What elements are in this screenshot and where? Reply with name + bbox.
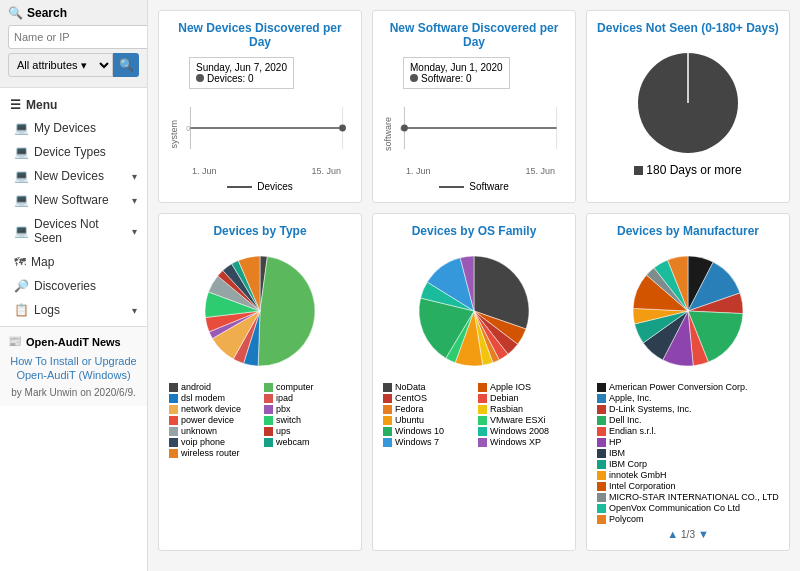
new-software-arrow: ▾: [132, 195, 137, 206]
sidebar-item-new-software[interactable]: 💻 New Software ▾: [0, 188, 147, 212]
search-attr-button[interactable]: 🔍: [113, 53, 139, 77]
discoveries-icon: 🔎: [14, 279, 29, 293]
devices-by-os-pie: NoDataApple IOSCentOSDebianFedoraRasbian…: [383, 246, 565, 447]
news-section: 📰 Open-AudiT News How To Install or Upgr…: [0, 326, 147, 406]
legend-item: Dell Inc.: [597, 415, 779, 425]
legend-item: IBM Corp: [597, 459, 779, 469]
my-devices-icon: 💻: [14, 121, 29, 135]
legend-item: Windows 7: [383, 437, 470, 447]
new-devices-svg-area: 0 1. Jun 15. Jun: [182, 93, 351, 176]
legend-item: American Power Conversion Corp.: [597, 382, 779, 392]
sidebar-item-devices-not-seen[interactable]: 💻 Devices Not Seen ▾: [0, 212, 147, 250]
new-devices-arrow: ▾: [132, 171, 137, 182]
devices-by-os-legend: NoDataApple IOSCentOSDebianFedoraRasbian…: [383, 382, 565, 447]
legend-item: computer: [264, 382, 351, 392]
new-software-line-chart: software 0 1. Jun 15. Jun: [383, 93, 565, 176]
pagination-next[interactable]: ▼: [698, 528, 709, 540]
legend-item: power device: [169, 415, 256, 425]
logs-arrow: ▾: [132, 305, 137, 316]
legend-item: ups: [264, 426, 351, 436]
sidebar: 🔍 Search 🔍 All attributes ▾ 🔍 ☰ Menu 💻 M…: [0, 0, 148, 571]
sidebar-item-map[interactable]: 🗺 Map: [0, 250, 147, 274]
legend-item: pbx: [264, 404, 351, 414]
search-section: 🔍 Search 🔍 All attributes ▾ 🔍: [0, 0, 147, 88]
search-name-input[interactable]: [8, 25, 148, 49]
pagination: ▲ 1/3 ▼: [667, 528, 709, 540]
legend-item: Fedora: [383, 404, 470, 414]
legend-item: network device: [169, 404, 256, 414]
legend-item: Windows XP: [478, 437, 565, 447]
new-devices-icon: 💻: [14, 169, 29, 183]
legend-item: Intel Corporation: [597, 481, 779, 491]
legend-item: CentOS: [383, 393, 470, 403]
svg-point-5: [339, 125, 346, 132]
devices-by-mfr-legend: American Power Conversion Corp.Apple, In…: [597, 382, 779, 524]
sidebar-item-logs[interactable]: 📋 Logs ▾: [0, 298, 147, 322]
legend-item: MICRO-STAR INTERNATIONAL CO., LTD: [597, 492, 779, 502]
new-devices-legend: Devices: [227, 181, 293, 192]
devices-by-mfr-chart: Devices by Manufacturer American Power C…: [586, 213, 790, 551]
legend-item: HP: [597, 437, 779, 447]
new-devices-ylabel: system: [169, 120, 179, 149]
legend-item: NoData: [383, 382, 470, 392]
devices-by-os-chart: Devices by OS Family NoDataApple IOSCent…: [372, 213, 576, 551]
new-devices-chart: New Devices Discovered per Day Sunday, J…: [158, 10, 362, 203]
charts-grid: New Devices Discovered per Day Sunday, J…: [158, 10, 790, 551]
legend-item: D-Link Systems, Inc.: [597, 404, 779, 414]
new-software-title: New Software Discovered per Day: [383, 21, 565, 49]
search-attr-select[interactable]: All attributes ▾: [8, 53, 113, 77]
legend-item: wireless router: [169, 448, 256, 458]
new-software-chart: New Software Discovered per Day Monday, …: [372, 10, 576, 203]
new-software-tooltip: Monday, Jun 1, 2020 Software: 0: [403, 57, 510, 89]
menu-header: ☰ Menu: [0, 92, 147, 116]
logs-icon: 📋: [14, 303, 29, 317]
devices-not-seen-arrow: ▾: [132, 226, 137, 237]
main-content: New Devices Discovered per Day Sunday, J…: [148, 0, 800, 571]
sidebar-item-discoveries[interactable]: 🔎 Discoveries: [0, 274, 147, 298]
new-devices-line-chart: system 0 1. Jun 15. Jun: [169, 93, 351, 176]
devices-not-seen-chart: Devices Not Seen (0-180+ Days) 180 Days …: [586, 10, 790, 203]
search-title: 🔍 Search: [8, 6, 139, 20]
legend-item: VMware ESXi: [478, 415, 565, 425]
legend-item: IBM: [597, 448, 779, 458]
devices-by-type-legend: androidcomputerdsl modemipadnetwork devi…: [169, 382, 351, 458]
legend-item: OpenVox Communication Co Ltd: [597, 503, 779, 513]
devices-not-seen-pie: 180 Days or more: [597, 43, 779, 177]
devices-by-type-chart: Devices by Type androidcomputerdsl modem…: [158, 213, 362, 551]
devices-not-seen-legend-item: 180 Days or more: [634, 163, 741, 177]
devices-by-mfr-title: Devices by Manufacturer: [617, 224, 759, 238]
legend-item: Endian s.r.l.: [597, 426, 779, 436]
device-types-icon: 💻: [14, 145, 29, 159]
pagination-prev[interactable]: ▲: [667, 528, 678, 540]
news-link[interactable]: How To Install or Upgrade Open-AudiT (Wi…: [8, 354, 139, 383]
devices-by-type-pie: androidcomputerdsl modemipadnetwork devi…: [169, 246, 351, 458]
legend-item: Apple, Inc.: [597, 393, 779, 403]
svg-point-11: [401, 125, 408, 132]
legend-item: Apple IOS: [478, 382, 565, 392]
legend-item: Windows 2008: [478, 426, 565, 436]
legend-item: unknown: [169, 426, 256, 436]
new-software-ylabel: software: [383, 117, 393, 151]
legend-item: webcam: [264, 437, 351, 447]
sidebar-item-device-types[interactable]: 💻 Device Types: [0, 140, 147, 164]
new-devices-tooltip: Sunday, Jun 7, 2020 Devices: 0: [189, 57, 294, 89]
news-item: How To Install or Upgrade Open-AudiT (Wi…: [8, 354, 139, 398]
legend-item: Rasbian: [478, 404, 565, 414]
legend-item: voip phone: [169, 437, 256, 447]
menu-icon: ☰: [10, 98, 21, 112]
svg-text:0: 0: [186, 125, 190, 132]
devices-not-seen-title: Devices Not Seen (0-180+ Days): [597, 21, 779, 35]
new-software-legend: Software: [439, 181, 508, 192]
sidebar-item-my-devices[interactable]: 💻 My Devices: [0, 116, 147, 140]
devices-by-type-title: Devices by Type: [213, 224, 306, 238]
news-icon: 📰: [8, 335, 22, 348]
legend-item: Debian: [478, 393, 565, 403]
devices-by-mfr-pie: American Power Conversion Corp.Apple, In…: [597, 246, 779, 540]
new-devices-title: New Devices Discovered per Day: [169, 21, 351, 49]
legend-item: android: [169, 382, 256, 392]
map-icon: 🗺: [14, 255, 26, 269]
legend-item: switch: [264, 415, 351, 425]
sidebar-item-new-devices[interactable]: 💻 New Devices ▾: [0, 164, 147, 188]
legend-item: dsl modem: [169, 393, 256, 403]
devices-by-os-title: Devices by OS Family: [412, 224, 537, 238]
